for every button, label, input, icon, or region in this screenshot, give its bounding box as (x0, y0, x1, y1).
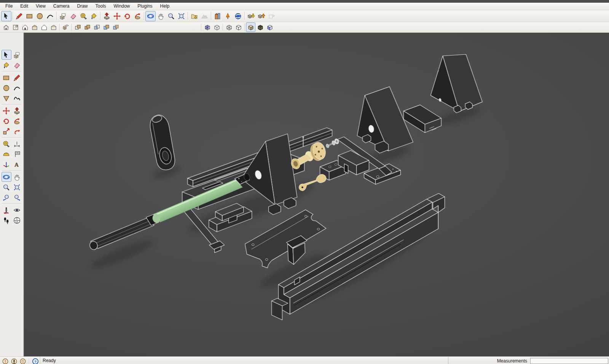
geolocation-status-button[interactable] (2, 358, 9, 364)
follow-me-tool-button[interactable] (12, 116, 22, 126)
photo-textures-button[interactable] (223, 11, 233, 21)
back-edges-button[interactable] (212, 22, 222, 32)
circle-icon (2, 84, 10, 92)
move-button[interactable] (112, 11, 122, 21)
3d-text-tool-button[interactable]: A (12, 159, 22, 169)
rectangle-button[interactable] (24, 11, 35, 21)
menu-draw[interactable]: Draw (73, 3, 92, 10)
select-tool-button[interactable] (2, 50, 11, 60)
zoom-button[interactable] (166, 11, 176, 21)
claim-credit-status-button[interactable] (10, 358, 18, 364)
polygon-tool-button[interactable] (2, 93, 11, 103)
arc-button[interactable] (45, 11, 55, 21)
intersect-button[interactable] (73, 22, 83, 32)
view-back-button[interactable] (39, 22, 49, 32)
orbit-tool-button[interactable] (2, 172, 11, 182)
menu-camera[interactable]: Camera (49, 3, 73, 10)
walk-tool-button[interactable] (2, 215, 11, 225)
select-button[interactable] (1, 11, 11, 21)
paint-bucket-button[interactable] (89, 11, 99, 21)
xray-button[interactable] (202, 22, 212, 32)
follow-me-button[interactable] (132, 11, 143, 21)
circle-button[interactable] (35, 11, 45, 21)
freehand-tool-button[interactable] (12, 93, 22, 103)
model-part-strap[interactable] (150, 114, 175, 170)
trim-icon (103, 24, 110, 31)
share-component-button[interactable] (266, 11, 277, 21)
help-status-button[interactable]: ? (32, 358, 39, 364)
model-part-wedge-block[interactable] (403, 105, 441, 133)
make-component-tool-button[interactable] (12, 50, 22, 60)
view-right-button[interactable] (30, 22, 39, 32)
subtract-button[interactable] (92, 22, 102, 32)
push-pull-button[interactable] (102, 11, 112, 21)
make-component-button[interactable] (58, 11, 68, 21)
zoom-previous-tool-button[interactable] (2, 192, 11, 202)
orbit-button[interactable] (145, 11, 156, 21)
look-around-tool-button[interactable] (12, 205, 22, 215)
position-camera-tool-button[interactable] (2, 205, 11, 215)
move-tool-button[interactable] (2, 106, 11, 116)
menu-file[interactable]: File (2, 3, 16, 10)
scale-tool-button[interactable] (2, 126, 11, 136)
rotate-tool-button[interactable] (2, 116, 11, 126)
shaded-button[interactable] (246, 22, 255, 32)
tape-measure-button[interactable] (78, 11, 89, 21)
arc-tool-button[interactable] (12, 83, 22, 93)
monochrome-button[interactable] (265, 22, 274, 32)
zoom-extents-button[interactable] (176, 11, 187, 21)
model-part-screw[interactable] (325, 138, 339, 148)
section-plane-tool-button[interactable]: CA-5 (12, 215, 22, 225)
menu-view[interactable]: View (32, 3, 49, 10)
3d-viewport[interactable] (24, 33, 609, 356)
wireframe-button[interactable] (224, 22, 234, 32)
eraser-button[interactable] (68, 11, 78, 21)
warehouse-share-models-button[interactable] (256, 11, 266, 21)
model-part-tool-rest-top[interactable] (209, 203, 252, 232)
zoom-tool-button[interactable] (2, 182, 11, 192)
rectangle-tool-button[interactable] (2, 73, 11, 83)
menu-plugins[interactable]: Plugins (134, 3, 156, 10)
paint-bucket-tool-button[interactable] (2, 60, 11, 70)
pan-tool-button[interactable] (12, 172, 22, 182)
add-location-button[interactable] (189, 11, 199, 21)
menu-window[interactable]: Window (110, 3, 134, 10)
shaded-with-textures-button[interactable] (255, 22, 265, 32)
view-iso-button[interactable] (1, 22, 11, 32)
menu-tools[interactable]: Tools (92, 3, 110, 10)
text-tool-button[interactable]: ABC (12, 149, 22, 159)
push-pull-tool-button[interactable] (12, 106, 22, 116)
view-top-button[interactable] (11, 22, 20, 32)
warehouse-get-models-button[interactable] (246, 11, 256, 21)
view-front-button[interactable] (20, 22, 30, 32)
axes-tool-button[interactable] (2, 159, 11, 169)
model-part-tailstock-bracket-2[interactable] (430, 54, 482, 113)
circle-tool-button[interactable] (2, 83, 11, 93)
get-models-button[interactable] (212, 11, 223, 21)
pan-button[interactable] (156, 11, 166, 21)
view-left-button[interactable] (49, 22, 58, 32)
line-tool-button[interactable] (12, 73, 22, 83)
toggle-terrain-button[interactable] (199, 11, 210, 21)
rotate-button[interactable] (122, 11, 132, 21)
split-button[interactable] (111, 22, 121, 32)
model-part-lever-cam[interactable] (299, 174, 326, 191)
menu-help[interactable]: Help (156, 3, 174, 10)
sign-in-status-button[interactable]: G (19, 358, 27, 364)
union-button[interactable] (83, 22, 92, 32)
trim-button[interactable] (102, 22, 111, 32)
hidden-line-button[interactable] (234, 22, 243, 32)
zoom-next-tool-button[interactable] (12, 192, 22, 202)
line-button[interactable] (14, 11, 24, 21)
preview-google-earth-button[interactable] (233, 11, 243, 21)
measurements-input[interactable] (530, 358, 608, 364)
offset-tool-button[interactable] (12, 126, 22, 136)
protractor-tool-button[interactable] (2, 149, 11, 159)
dimension-tool-button[interactable] (12, 139, 22, 149)
model-canvas[interactable] (24, 33, 609, 356)
zoom-extents-tool-button[interactable] (12, 182, 22, 192)
outer-shell-button[interactable] (61, 22, 70, 32)
tape-measure-tool-button[interactable] (2, 139, 11, 149)
menu-edit[interactable]: Edit (16, 3, 32, 10)
eraser-tool-button[interactable] (12, 60, 22, 70)
